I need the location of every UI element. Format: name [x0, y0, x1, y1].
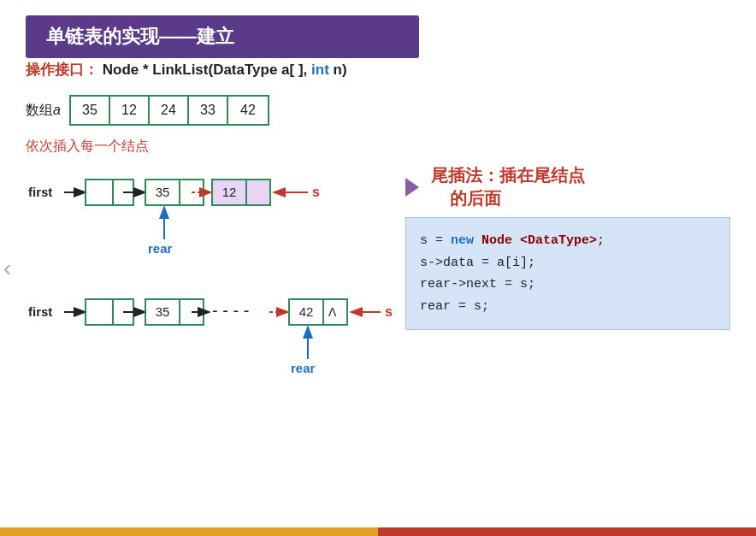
node12-text: 12: [222, 185, 237, 199]
page-title: 单链表的实现——建立: [46, 26, 234, 47]
main-content: 操作接口： Node * LinkList(DataType a[ ], int…: [26, 60, 739, 395]
op-text: Node * LinkList(DataType a[ ],: [103, 62, 311, 78]
null-symbol: Λ: [328, 305, 337, 319]
op-label: 操作接口：: [26, 62, 98, 78]
insert-label: 依次插入每一个结点: [26, 138, 739, 156]
diagram-area: first 35: [26, 164, 739, 395]
rear-label1: rear: [148, 241, 173, 256]
operation-line: 操作接口： Node * LinkList(DataType a[ ], int…: [26, 60, 739, 80]
code-line1-space: [474, 233, 481, 248]
diagram2: first 35: [26, 284, 388, 395]
first-label2: first: [28, 304, 52, 319]
code-line1-pre: s =: [420, 233, 451, 248]
code-line2: s->data = a[i];: [420, 252, 716, 274]
node42-text: 42: [299, 304, 314, 319]
code-line1: s = new Node <DataType>;: [420, 230, 716, 252]
insert-text: 依次插入每一个结点: [26, 138, 149, 153]
array-var: a: [53, 103, 61, 117]
array-cell-3: 33: [189, 97, 228, 124]
tail-icon: [405, 178, 419, 197]
bottom-seg-orange: [0, 527, 378, 536]
tail-title-text: 尾插法：插在尾结点 的后面: [431, 164, 585, 210]
array-label: 数组a: [26, 102, 61, 120]
diagram2-svg: first 35: [26, 284, 393, 395]
arrow-icon: ‹: [3, 255, 11, 281]
code-line3: rear->next = s;: [420, 274, 716, 296]
code-line4: rear = s;: [420, 296, 716, 318]
code-line1-cls: Node <DataType>: [481, 233, 597, 248]
left-nav-arrow[interactable]: ‹: [0, 248, 15, 289]
code-line1-suf: ;: [597, 233, 605, 248]
tail-subtitle: 的后面: [450, 189, 501, 208]
title-bar: 单链表的实现——建立: [26, 15, 419, 58]
array-section: 数组a 35 12 24 33 42: [26, 95, 739, 126]
op-int: int: [311, 62, 329, 78]
node12-ptr: [246, 180, 270, 205]
s-label2: s: [385, 304, 393, 319]
rear-label2: rear: [291, 361, 316, 375]
right-panel: 尾插法：插在尾结点 的后面 s = new Node <DataType>; s…: [405, 164, 739, 395]
node35b-text: 35: [156, 304, 170, 319]
empty-node2-left: [86, 299, 113, 325]
code-box: s = new Node <DataType>; s->data = a[i];…: [405, 217, 730, 330]
bottom-seg-red: [378, 527, 756, 536]
array-cell-0: 35: [71, 97, 110, 124]
tail-title: 尾插法：插在尾结点: [431, 166, 585, 185]
s-label1: s: [312, 185, 320, 199]
left-diagrams: first 35: [26, 164, 388, 395]
first-label1: first: [28, 185, 52, 199]
array-cell-2: 24: [150, 97, 189, 124]
array-cell-4: 42: [228, 97, 268, 124]
diagram1-svg: first 35: [26, 164, 393, 275]
node35-text: 35: [156, 185, 170, 199]
op-text2: n): [334, 62, 347, 78]
dots-diagram2: - - - -: [212, 301, 249, 320]
bottom-bar: [0, 527, 756, 536]
array-cell-1: 12: [110, 97, 150, 124]
code-line1-kw: new: [451, 233, 474, 248]
array-cells: 35 12 24 33 42: [69, 95, 269, 126]
tail-insert-label: 尾插法：插在尾结点 的后面: [405, 164, 739, 210]
diagram1: first 35: [26, 164, 388, 275]
empty-node1-left: [86, 180, 113, 205]
array-text: 数组: [26, 103, 53, 117]
